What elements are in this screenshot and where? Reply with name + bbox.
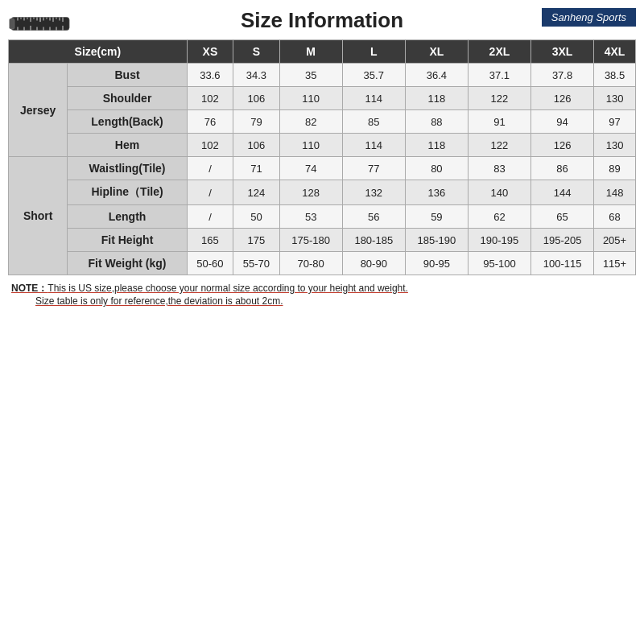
table-cell: 95-100 xyxy=(468,252,530,275)
table-cell: 128 xyxy=(279,180,342,205)
table-cell: 102 xyxy=(187,87,233,110)
row-label: Hipline（Tile) xyxy=(68,180,187,205)
table-cell: 185-190 xyxy=(405,229,468,252)
table-cell: 65 xyxy=(531,205,594,229)
short-section-label: Short xyxy=(9,157,68,275)
notes-section: NOTE：This is US size,please choose your … xyxy=(8,282,636,307)
table-cell: 140 xyxy=(468,180,530,205)
table-cell: 76 xyxy=(187,110,233,134)
table-cell: 195-205 xyxy=(531,229,594,252)
table-cell: 114 xyxy=(342,87,405,110)
row-label: Length(Back) xyxy=(68,110,187,134)
table-cell: 102 xyxy=(187,134,233,157)
note-bold-label: NOTE： xyxy=(11,283,47,294)
table-row: Fit Height165175175-180180-185185-190190… xyxy=(9,229,636,252)
table-cell: 82 xyxy=(279,110,342,134)
row-label: Shoulder xyxy=(68,87,187,110)
col-header-2xl: 2XL xyxy=(468,40,530,64)
table-cell: 77 xyxy=(342,157,405,180)
table-cell: 122 xyxy=(468,87,530,110)
table-row: Fit Weight (kg)50-6055-7070-8080-9090-95… xyxy=(9,252,636,275)
table-cell: 74 xyxy=(279,157,342,180)
jersey-section-label: Jersey xyxy=(9,64,68,157)
table-cell: 110 xyxy=(279,87,342,110)
table-cell: 110 xyxy=(279,134,342,157)
table-cell: 50 xyxy=(233,205,279,229)
table-cell: 62 xyxy=(468,205,530,229)
table-cell: 83 xyxy=(468,157,530,180)
table-header-row: Size(cm) XS S M L XL 2XL 3XL 4XL xyxy=(9,40,636,64)
table-cell: / xyxy=(187,205,233,229)
table-cell: 106 xyxy=(233,87,279,110)
table-row: JerseyBust33.634.33535.736.437.137.838.5 xyxy=(9,64,636,87)
table-cell: 79 xyxy=(233,110,279,134)
table-cell: 89 xyxy=(594,157,636,180)
table-cell: 86 xyxy=(531,157,594,180)
table-cell: 148 xyxy=(594,180,636,205)
row-label: Hem xyxy=(68,134,187,157)
table-row: Length(Back)7679828588919497 xyxy=(9,110,636,134)
table-cell: 97 xyxy=(594,110,636,134)
table-row: ShortWaistling(Tile)/71747780838689 xyxy=(9,157,636,180)
table-cell: 70-80 xyxy=(279,252,342,275)
table-row: Shoulder102106110114118122126130 xyxy=(9,87,636,110)
row-label: Fit Weight (kg) xyxy=(68,252,187,275)
table-cell: 80 xyxy=(405,157,468,180)
table-cell: 94 xyxy=(531,110,594,134)
table-cell: 71 xyxy=(233,157,279,180)
brand-label: Sanheng Sports xyxy=(542,8,636,27)
table-cell: 175-180 xyxy=(279,229,342,252)
col-header-m: M xyxy=(279,40,342,64)
table-cell: 132 xyxy=(342,180,405,205)
table-row: Hipline（Tile)/124128132136140144148 xyxy=(9,180,636,205)
col-header-l: L xyxy=(342,40,405,64)
table-cell: / xyxy=(187,180,233,205)
table-cell: 144 xyxy=(531,180,594,205)
note-line1-text: This is US size,please choose your norma… xyxy=(47,283,408,294)
table-cell: 53 xyxy=(279,205,342,229)
header: Size Information Sanheng Sports xyxy=(8,8,636,33)
table-cell: 114 xyxy=(342,134,405,157)
note-line2: Size table is only for reference,the dev… xyxy=(11,295,636,307)
table-cell: 130 xyxy=(594,87,636,110)
table-cell: 124 xyxy=(233,180,279,205)
table-cell: 136 xyxy=(405,180,468,205)
table-cell: 122 xyxy=(468,134,530,157)
table-cell: 90-95 xyxy=(405,252,468,275)
table-cell: 88 xyxy=(405,110,468,134)
table-cell: 118 xyxy=(405,87,468,110)
page-wrapper: Size Information Sanheng Sports Size(cm)… xyxy=(0,0,644,315)
table-cell: 205+ xyxy=(594,229,636,252)
table-row: Hem102106110114118122126130 xyxy=(9,134,636,157)
table-cell: 37.8 xyxy=(531,64,594,87)
table-cell: 126 xyxy=(531,134,594,157)
table-cell: 115+ xyxy=(594,252,636,275)
table-cell: 180-185 xyxy=(342,229,405,252)
table-cell: 100-115 xyxy=(531,252,594,275)
tape-measure-icon xyxy=(8,2,72,49)
table-cell: 37.1 xyxy=(468,64,530,87)
table-cell: 35 xyxy=(279,64,342,87)
row-label: Bust xyxy=(68,64,187,87)
table-cell: 91 xyxy=(468,110,530,134)
table-cell: 38.5 xyxy=(594,64,636,87)
svg-rect-25 xyxy=(10,19,14,29)
table-cell: 175 xyxy=(233,229,279,252)
col-header-xl: XL xyxy=(405,40,468,64)
table-cell: 85 xyxy=(342,110,405,134)
row-label: Waistling(Tile) xyxy=(68,157,187,180)
table-cell: 55-70 xyxy=(233,252,279,275)
table-cell: 59 xyxy=(405,205,468,229)
table-cell: 106 xyxy=(233,134,279,157)
col-header-3xl: 3XL xyxy=(531,40,594,64)
size-table: Size(cm) XS S M L XL 2XL 3XL 4XL JerseyB… xyxy=(8,39,636,275)
table-cell: 50-60 xyxy=(187,252,233,275)
table-cell: / xyxy=(187,157,233,180)
row-label: Fit Height xyxy=(68,229,187,252)
table-cell: 68 xyxy=(594,205,636,229)
table-cell: 190-195 xyxy=(468,229,530,252)
page-title: Size Information xyxy=(241,8,403,33)
table-cell: 56 xyxy=(342,205,405,229)
note-line1: NOTE：This is US size,please choose your … xyxy=(11,282,636,295)
table-cell: 33.6 xyxy=(187,64,233,87)
